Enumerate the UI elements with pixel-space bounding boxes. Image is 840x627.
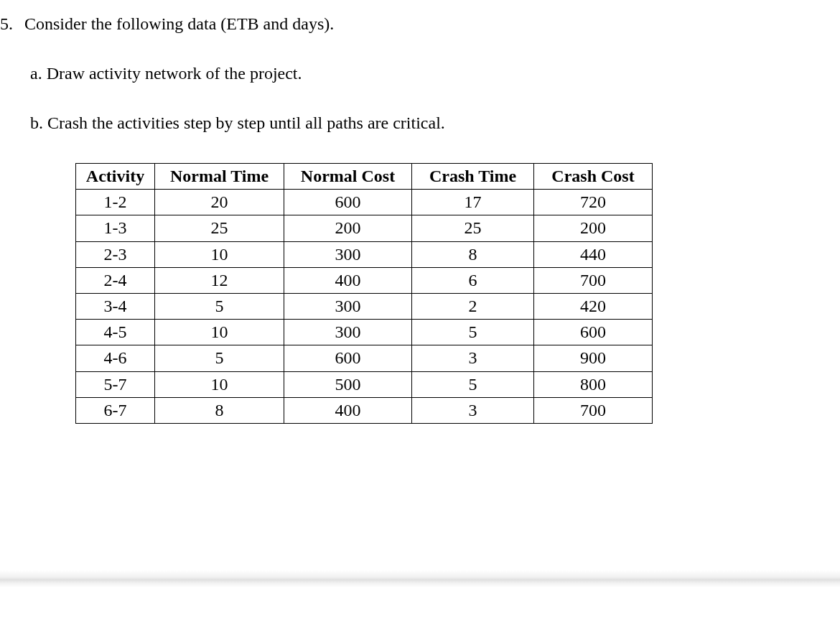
cell-crash_time: 17 <box>412 190 534 215</box>
cell-activity: 5-7 <box>76 371 155 397</box>
cell-crash_cost: 700 <box>534 267 653 293</box>
cell-crash_time: 5 <box>412 320 534 345</box>
data-table: Activity Normal Time Normal Cost Crash T… <box>75 163 653 424</box>
cell-activity: 1-3 <box>76 215 155 241</box>
cell-crash_time: 5 <box>412 371 534 397</box>
table-row: 4-5103005600 <box>76 320 653 345</box>
cell-crash_cost: 420 <box>534 293 653 319</box>
cell-normal_cost: 500 <box>284 371 412 397</box>
header-normal-time: Normal Time <box>155 164 284 190</box>
cell-normal_cost: 300 <box>284 293 412 319</box>
cell-crash_cost: 700 <box>534 397 653 423</box>
cell-crash_time: 3 <box>412 397 534 423</box>
cell-activity: 6-7 <box>76 397 155 423</box>
cell-crash_time: 3 <box>412 345 534 371</box>
table-row: 2-4124006700 <box>76 267 653 293</box>
table-container: Activity Normal Time Normal Cost Crash T… <box>75 163 840 424</box>
cell-normal_cost: 400 <box>284 267 412 293</box>
cell-crash_cost: 600 <box>534 320 653 345</box>
cell-crash_time: 8 <box>412 241 534 267</box>
cell-activity: 1-2 <box>76 190 155 215</box>
cell-activity: 4-6 <box>76 345 155 371</box>
cell-normal_cost: 600 <box>284 190 412 215</box>
table-row: 2-3103008440 <box>76 241 653 267</box>
cell-activity: 4-5 <box>76 320 155 345</box>
cell-crash_time: 25 <box>412 215 534 241</box>
table-row: 4-656003900 <box>76 345 653 371</box>
cell-crash_cost: 200 <box>534 215 653 241</box>
cell-crash_cost: 800 <box>534 371 653 397</box>
cell-normal_time: 20 <box>155 190 284 215</box>
cell-normal_cost: 300 <box>284 320 412 345</box>
table-row: 6-784003700 <box>76 397 653 423</box>
table-row: 1-32520025200 <box>76 215 653 241</box>
cell-crash_cost: 900 <box>534 345 653 371</box>
table-row: 3-453002420 <box>76 293 653 319</box>
page-shadow <box>0 570 840 587</box>
cell-normal_time: 10 <box>155 320 284 345</box>
cell-normal_cost: 300 <box>284 241 412 267</box>
table-header-row: Activity Normal Time Normal Cost Crash T… <box>76 164 653 190</box>
header-crash-cost: Crash Cost <box>534 164 653 190</box>
cell-crash_time: 6 <box>412 267 534 293</box>
cell-activity: 3-4 <box>76 293 155 319</box>
cell-normal_time: 12 <box>155 267 284 293</box>
table-row: 1-22060017720 <box>76 190 653 215</box>
header-normal-cost: Normal Cost <box>284 164 412 190</box>
header-crash-time: Crash Time <box>412 164 534 190</box>
cell-crash_time: 2 <box>412 293 534 319</box>
cell-normal_time: 5 <box>155 345 284 371</box>
cell-normal_time: 5 <box>155 293 284 319</box>
question-text: Consider the following data (ETB and day… <box>24 14 334 33</box>
sub-item-a: a. Draw activity network of the project. <box>30 64 840 83</box>
sub-item-b: b. Crash the activities step by step unt… <box>30 113 840 133</box>
header-activity: Activity <box>76 164 155 190</box>
cell-normal_cost: 600 <box>284 345 412 371</box>
table-row: 5-7105005800 <box>76 371 653 397</box>
cell-activity: 2-4 <box>76 267 155 293</box>
cell-crash_cost: 720 <box>534 190 653 215</box>
cell-normal_time: 25 <box>155 215 284 241</box>
cell-normal_cost: 400 <box>284 397 412 423</box>
cell-normal_time: 10 <box>155 371 284 397</box>
cell-normal_time: 8 <box>155 397 284 423</box>
cell-normal_cost: 200 <box>284 215 412 241</box>
cell-normal_time: 10 <box>155 241 284 267</box>
question-number: 5. <box>0 14 20 34</box>
cell-crash_cost: 440 <box>534 241 653 267</box>
question-line: 5. Consider the following data (ETB and … <box>0 14 840 34</box>
cell-activity: 2-3 <box>76 241 155 267</box>
